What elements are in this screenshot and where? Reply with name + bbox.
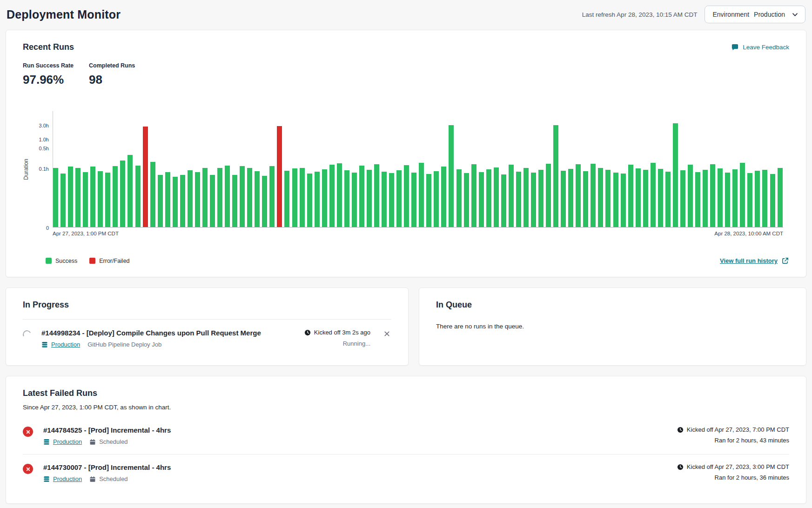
chart-bar-success[interactable]	[471, 164, 476, 227]
chart-bar-success[interactable]	[636, 168, 641, 227]
chart-bar-success[interactable]	[247, 168, 252, 227]
chart-bar-success[interactable]	[53, 168, 58, 227]
chart-bar-success[interactable]	[180, 175, 185, 227]
chart-bar-success[interactable]	[150, 162, 155, 227]
chart-bar-success[interactable]	[352, 173, 357, 227]
chart-bar-success[interactable]	[90, 167, 95, 227]
chart-bar-success[interactable]	[255, 171, 260, 227]
chart-bar-success[interactable]	[456, 169, 462, 227]
chart-bar-success[interactable]	[494, 167, 499, 227]
chart-bar-success[interactable]	[591, 164, 596, 227]
chart-bar-success[interactable]	[225, 166, 230, 227]
chart-bar-success[interactable]	[337, 163, 342, 227]
chart-bar-success[interactable]	[411, 173, 416, 227]
chart-bar-success[interactable]	[396, 170, 402, 227]
chart-bar-success[interactable]	[344, 170, 349, 227]
chart-bar-success[interactable]	[621, 174, 626, 227]
chart-bar-success[interactable]	[523, 168, 529, 227]
chart-bar-success[interactable]	[479, 172, 484, 227]
chart-bar-success[interactable]	[158, 175, 163, 227]
chart-bar-success[interactable]	[60, 174, 66, 227]
chart-bar-success[interactable]	[315, 172, 320, 227]
chart-bar-success[interactable]	[165, 172, 170, 227]
chart-bar-success[interactable]	[382, 172, 387, 227]
production-environment-link[interactable]: Production	[43, 438, 82, 445]
chart-bar-success[interactable]	[509, 165, 514, 227]
chart-bar-success[interactable]	[284, 171, 289, 227]
chart-bar-success[interactable]	[531, 173, 536, 227]
chart-bar-success[interactable]	[113, 166, 118, 227]
chart-bar-success[interactable]	[778, 168, 783, 227]
chart-bar-success[interactable]	[105, 173, 110, 227]
cancel-run-button[interactable]	[383, 329, 391, 340]
chart-bar-success[interactable]	[755, 171, 760, 227]
chart-bar-success[interactable]	[367, 170, 372, 227]
chart-bar-success[interactable]	[135, 166, 141, 227]
chart-bar-success[interactable]	[546, 164, 551, 227]
chart-bar-success[interactable]	[269, 166, 275, 227]
view-full-run-history-link[interactable]: View full run history	[720, 257, 789, 265]
chart-bar-success[interactable]	[553, 125, 558, 227]
chart-bar-success[interactable]	[770, 174, 775, 227]
chart-bar-success[interactable]	[419, 163, 424, 227]
chart-bar-success[interactable]	[217, 168, 222, 227]
chart-bar-success[interactable]	[665, 172, 671, 227]
chart-bar-success[interactable]	[300, 168, 305, 227]
chart-bar-success[interactable]	[710, 164, 715, 227]
chart-bar-success[interactable]	[605, 170, 611, 227]
chart-bar-success[interactable]	[688, 165, 693, 227]
chart-bar-success[interactable]	[651, 163, 656, 227]
chart-bar-success[interactable]	[329, 165, 335, 227]
leave-feedback-link[interactable]: Leave Feedback	[731, 43, 789, 51]
chart-bar-success[interactable]	[680, 170, 685, 227]
chart-bar-success[interactable]	[725, 173, 730, 227]
chart-bar-success[interactable]	[747, 173, 752, 227]
chart-bar-success[interactable]	[359, 166, 364, 227]
chart-bar-success[interactable]	[173, 177, 178, 227]
chart-bar-success[interactable]	[718, 168, 723, 227]
chart-bar-success[interactable]	[583, 171, 588, 227]
chart-bar-success[interactable]	[501, 174, 506, 227]
chart-bar-success[interactable]	[643, 170, 648, 227]
chart-bar-success[interactable]	[389, 173, 394, 227]
chart-bar-success[interactable]	[262, 176, 267, 227]
chart-bar-success[interactable]	[434, 171, 439, 227]
chart-bar-success[interactable]	[75, 168, 81, 227]
chart-bar-success[interactable]	[628, 165, 633, 227]
chart-bar-success[interactable]	[516, 172, 521, 227]
chart-bar-success[interactable]	[83, 172, 88, 227]
chart-bar-success[interactable]	[673, 123, 678, 227]
production-environment-link[interactable]: Production	[41, 341, 80, 348]
chart-bar-success[interactable]	[240, 166, 245, 227]
chart-bar-success[interactable]	[441, 167, 446, 227]
chart-bar-failed[interactable]	[277, 126, 282, 227]
chart-bar-success[interactable]	[464, 173, 469, 227]
chart-bar-failed[interactable]	[143, 127, 148, 227]
chart-bar-success[interactable]	[98, 171, 103, 227]
chart-bar-success[interactable]	[292, 168, 297, 227]
chart-bar-success[interactable]	[538, 170, 544, 227]
chart-bar-success[interactable]	[695, 172, 700, 227]
chart-bar-success[interactable]	[68, 167, 73, 227]
chart-bar-success[interactable]	[202, 168, 208, 227]
chart-bar-success[interactable]	[658, 169, 663, 227]
chart-bar-success[interactable]	[307, 174, 312, 227]
chart-bar-success[interactable]	[576, 164, 581, 227]
chart-bar-success[interactable]	[568, 169, 573, 227]
chart-bar-success[interactable]	[449, 125, 454, 227]
production-environment-link[interactable]: Production	[43, 475, 82, 482]
chart-bar-success[interactable]	[210, 175, 215, 227]
environment-dropdown[interactable]: Environment Production	[705, 6, 805, 23]
chart-bar-success[interactable]	[732, 169, 738, 227]
chart-bar-success[interactable]	[120, 160, 125, 227]
chart-bar-success[interactable]	[762, 170, 767, 227]
chart-bar-success[interactable]	[195, 172, 200, 227]
chart-bar-success[interactable]	[232, 175, 237, 227]
chart-bar-success[interactable]	[188, 170, 193, 227]
chart-bar-success[interactable]	[613, 173, 618, 227]
chart-bar-success[interactable]	[598, 168, 603, 227]
chart-bar-success[interactable]	[322, 169, 327, 227]
chart-bar-success[interactable]	[426, 174, 431, 227]
chart-bar-success[interactable]	[128, 155, 133, 227]
chart-bar-success[interactable]	[703, 170, 708, 227]
